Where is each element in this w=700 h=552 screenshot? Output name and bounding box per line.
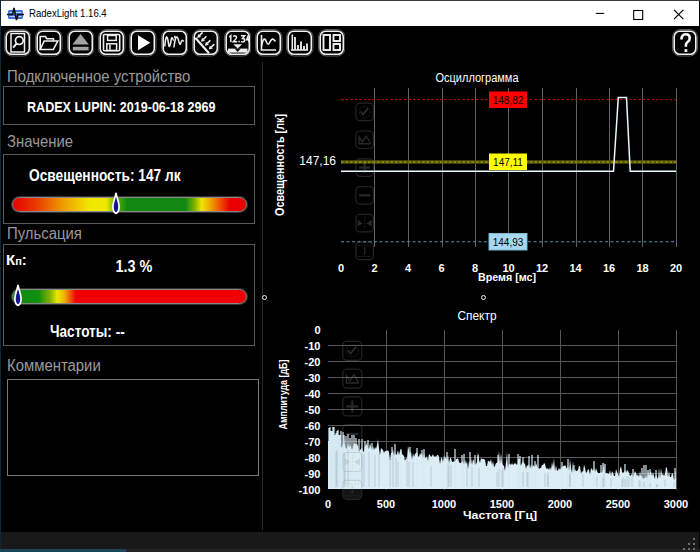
svg-text:-60: -60 bbox=[305, 420, 321, 432]
svg-text:0: 0 bbox=[314, 324, 320, 336]
svg-text:500: 500 bbox=[377, 498, 395, 510]
svg-text:1000: 1000 bbox=[432, 498, 456, 510]
svg-text:144,93: 144,93 bbox=[493, 237, 524, 248]
svg-text:0: 0 bbox=[325, 498, 331, 510]
svg-text:0: 0 bbox=[338, 262, 344, 274]
svg-text:6: 6 bbox=[438, 262, 444, 274]
svg-text:147,16: 147,16 bbox=[299, 154, 336, 168]
svg-text:-50: -50 bbox=[305, 404, 321, 416]
svg-text:2500: 2500 bbox=[606, 498, 630, 510]
svg-text:-80: -80 bbox=[305, 452, 321, 464]
svg-text:Амплитуда [дБ]: Амплитуда [дБ] bbox=[278, 360, 289, 430]
svg-text:3000: 3000 bbox=[664, 498, 688, 510]
svg-text:12: 12 bbox=[536, 262, 548, 274]
svg-text:-100: -100 bbox=[298, 484, 320, 496]
svg-text:Освещенность [лк]: Освещенность [лк] bbox=[273, 114, 287, 216]
svg-text:14: 14 bbox=[569, 262, 582, 274]
svg-text:20: 20 bbox=[670, 262, 682, 274]
svg-text:-40: -40 bbox=[305, 388, 321, 400]
svg-text:Частота [Гц]: Частота [Гц] bbox=[463, 509, 537, 521]
svg-text:2: 2 bbox=[371, 262, 377, 274]
svg-text:2000: 2000 bbox=[548, 498, 572, 510]
svg-text:-30: -30 bbox=[305, 372, 321, 384]
svg-text:148,82: 148,82 bbox=[493, 95, 524, 106]
svg-text:Осциллограмма: Осциллограмма bbox=[436, 71, 519, 85]
svg-text:18: 18 bbox=[636, 262, 648, 274]
svg-text:-20: -20 bbox=[305, 356, 321, 368]
svg-text:-70: -70 bbox=[305, 436, 321, 448]
svg-text:-10: -10 bbox=[305, 340, 321, 352]
svg-text:16: 16 bbox=[603, 262, 615, 274]
svg-text:147,11: 147,11 bbox=[493, 157, 523, 168]
svg-text:-90: -90 bbox=[305, 468, 321, 480]
svg-text:Спектр: Спектр bbox=[458, 309, 497, 323]
svg-text:4: 4 bbox=[405, 262, 412, 274]
svg-text:Время [мс]: Время [мс] bbox=[478, 271, 536, 283]
